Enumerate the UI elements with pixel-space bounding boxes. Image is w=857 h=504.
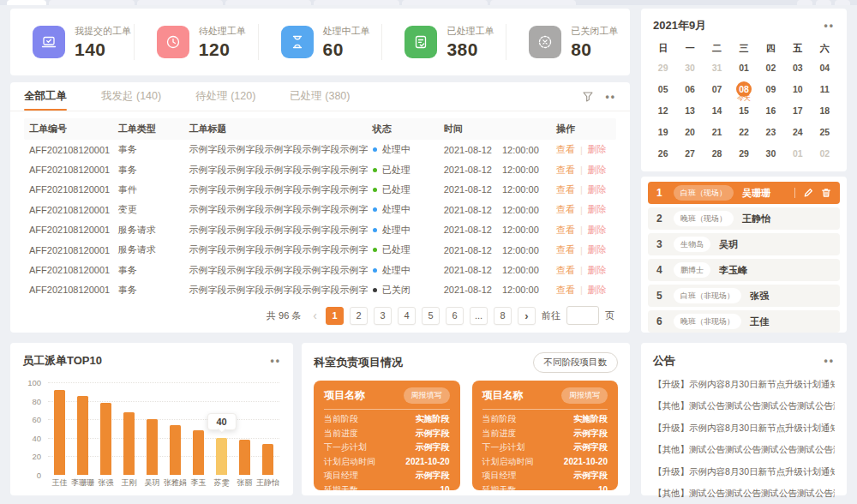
view-link[interactable]: 查看: [556, 224, 575, 237]
filter-icon[interactable]: [582, 91, 594, 103]
delete-link[interactable]: 删除: [588, 284, 607, 297]
calendar-day[interactable]: 17: [784, 100, 811, 122]
more-icon[interactable]: ••: [271, 356, 281, 366]
calendar-day[interactable]: 18: [812, 100, 838, 122]
delete-link[interactable]: 删除: [588, 243, 607, 256]
duty-row[interactable]: 1白班（现场）吴珊珊: [648, 182, 840, 204]
chart-bar[interactable]: [262, 444, 273, 475]
chart-bar[interactable]: [54, 390, 65, 475]
calendar-day[interactable]: 22: [730, 122, 757, 143]
chart-bar[interactable]: [170, 425, 181, 475]
delete-link[interactable]: 删除: [588, 224, 607, 237]
tab-item[interactable]: 已处理 (380): [290, 82, 350, 111]
next-page-icon[interactable]: ›: [518, 307, 536, 325]
calendar-day[interactable]: 02: [758, 57, 784, 79]
announcement-item[interactable]: 【其他】测试公告测试公告测试公告测试公告测试公告: [653, 444, 835, 456]
calendar-day[interactable]: 03: [784, 57, 811, 79]
duty-row[interactable]: 6晚班（非现场）王佳: [648, 310, 840, 333]
calendar-day[interactable]: 24: [784, 122, 811, 143]
calendar-day[interactable]: 23: [758, 122, 784, 143]
calendar-day-today[interactable]: 08今天: [730, 79, 757, 100]
tab-item[interactable]: 我发起 (140): [101, 82, 161, 111]
tab-active[interactable]: 全部工单: [24, 82, 67, 111]
view-link[interactable]: 查看: [556, 183, 575, 196]
calendar-day[interactable]: 15: [730, 100, 757, 122]
calendar-day[interactable]: 12: [650, 100, 676, 122]
edit-icon[interactable]: [803, 188, 813, 198]
view-link[interactable]: 查看: [556, 284, 575, 297]
page-button[interactable]: 4: [398, 307, 416, 325]
calendar-day[interactable]: 29: [650, 57, 676, 79]
view-link[interactable]: 查看: [556, 164, 575, 177]
chart-bar[interactable]: [100, 403, 111, 475]
prev-page-icon[interactable]: ‹: [310, 309, 320, 322]
duty-row[interactable]: 4鹏博士李玉峰: [648, 259, 840, 281]
weekly-report-button[interactable]: 周报填写: [561, 387, 608, 404]
page-ellipsis[interactable]: ...: [470, 307, 488, 325]
calendar-day[interactable]: 19: [650, 122, 676, 143]
duty-row[interactable]: 5白班（非现场）张强: [648, 285, 840, 307]
chart-bar[interactable]: [77, 396, 88, 475]
view-link[interactable]: 查看: [556, 143, 575, 156]
calendar-day[interactable]: 05: [650, 79, 676, 100]
view-link[interactable]: 查看: [556, 264, 575, 277]
calendar-day[interactable]: 06: [676, 79, 703, 100]
ticket-date: 2021-08-12: [444, 145, 492, 155]
calendar-day[interactable]: 27: [676, 143, 703, 165]
view-link[interactable]: 查看: [556, 243, 575, 256]
calendar-day[interactable]: 14: [704, 100, 730, 122]
calendar-day[interactable]: 31: [704, 57, 730, 79]
calendar-day[interactable]: 20: [676, 122, 703, 143]
more-icon[interactable]: ••: [606, 92, 616, 102]
delete-link[interactable]: 删除: [588, 183, 607, 196]
calendar-day[interactable]: 07: [704, 79, 730, 100]
page-button[interactable]: 5: [422, 307, 440, 325]
chart-bar[interactable]: [193, 430, 204, 475]
delete-link[interactable]: 删除: [588, 143, 607, 156]
calendar-day[interactable]: 11: [812, 79, 838, 100]
more-icon[interactable]: ••: [824, 21, 835, 31]
calendar-day[interactable]: 04: [812, 57, 838, 79]
calendar-day[interactable]: 01: [730, 57, 757, 79]
announcement-item[interactable]: 【其他】测试公告测试公告测试公告测试公告测试公告: [653, 400, 835, 412]
page-button[interactable]: 3: [374, 307, 392, 325]
trash-icon[interactable]: [821, 188, 831, 198]
page-button[interactable]: 6: [446, 307, 464, 325]
goto-page-input[interactable]: [566, 306, 599, 325]
view-link[interactable]: 查看: [556, 203, 575, 216]
more-icon[interactable]: ••: [824, 356, 835, 366]
calendar-day[interactable]: 26: [650, 143, 676, 165]
announcement-item[interactable]: 【升级】示例内容8月30日新节点升级计划通知: [653, 423, 835, 435]
announcement-item[interactable]: 【升级】示例内容8月30日新节点升级计划通知: [653, 379, 835, 391]
calendar-day[interactable]: 29: [730, 143, 757, 165]
duty-row[interactable]: 3生物岛吴玥: [648, 233, 840, 255]
calendar-day[interactable]: 16: [758, 100, 784, 122]
chart-bar[interactable]: [123, 412, 135, 475]
announcement-item[interactable]: 【其他】测试公告测试公告测试公告测试公告测试公告: [653, 488, 835, 500]
calendar-day[interactable]: 25: [812, 122, 838, 143]
page-button[interactable]: 8: [494, 307, 512, 325]
chart-bar[interactable]: [147, 419, 158, 475]
page-button[interactable]: 2: [350, 307, 368, 325]
duty-row[interactable]: 2晚班（现场）王静怡: [648, 207, 840, 230]
calendar-day[interactable]: 30: [758, 143, 784, 165]
announcement-item[interactable]: 【升级】示例内容8月30日新节点升级计划通知: [653, 466, 835, 478]
chart-bar[interactable]: [216, 438, 227, 475]
calendar-day[interactable]: 02: [812, 143, 838, 165]
calendar-day[interactable]: 30: [676, 57, 703, 79]
ticket-title: 示例字段示例字段示例字段示例字段示例字段: [184, 183, 368, 196]
calendar-day[interactable]: 01: [784, 143, 811, 165]
calendar-day[interactable]: 21: [704, 122, 730, 143]
calendar-day[interactable]: 28: [704, 143, 730, 165]
calendar-day[interactable]: 13: [676, 100, 703, 122]
delete-link[interactable]: 删除: [588, 164, 607, 177]
chart-bar[interactable]: [239, 440, 250, 475]
stage-count-button[interactable]: 不同阶段项目数: [533, 352, 619, 373]
calendar-day[interactable]: 09: [758, 79, 784, 100]
tab-item[interactable]: 待处理 (120): [195, 82, 255, 111]
calendar-day[interactable]: 10: [784, 79, 811, 100]
page-button[interactable]: 1: [326, 307, 344, 325]
delete-link[interactable]: 删除: [588, 203, 607, 216]
weekly-report-button[interactable]: 周报填写: [404, 387, 450, 404]
delete-link[interactable]: 删除: [588, 264, 607, 277]
